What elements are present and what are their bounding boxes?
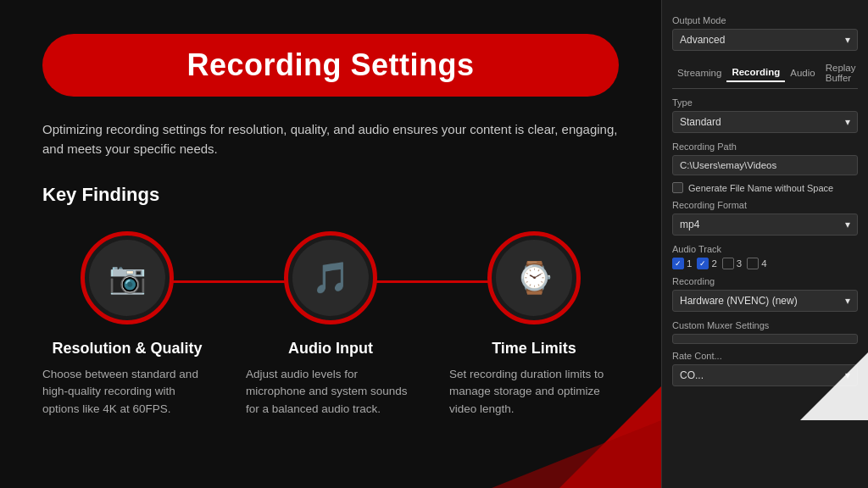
timeline-item-1: 📷 Resolution & Quality Choose between st…	[42, 231, 212, 418]
recording-format-value: mp4	[680, 219, 699, 230]
output-mode-label: Output Mode	[672, 15, 858, 25]
rate-control-value: CO...	[680, 369, 704, 381]
audio-track-label: Audio Track	[672, 244, 858, 254]
right-panel-inner: Output Mode Advanced ▾ Streaming Recordi…	[662, 15, 868, 386]
output-mode-value: Advanced	[680, 34, 725, 46]
item-desc-1: Choose between standard and high-quality…	[42, 366, 212, 418]
audio-track-row: ✓ 1 ✓ 2 3 4	[672, 258, 858, 269]
recording-path-label: Recording Path	[672, 141, 858, 152]
timeline-item-2: 🎵 Audio Input Adjust audio levels for mi…	[246, 231, 415, 418]
recording-path-input[interactable]: C:\Users\emay\Videos	[672, 155, 858, 175]
subtitle-text: Optimizing recording settings for resolu…	[42, 120, 619, 158]
recording-encoder-label: Recording	[672, 276, 858, 286]
track-4: 4	[747, 258, 766, 269]
timeline-icon-3: ⌚	[496, 240, 572, 316]
track-1: ✓ 1	[672, 258, 692, 269]
track-3: 3	[722, 258, 742, 269]
type-dropdown-arrow-icon: ▾	[845, 116, 850, 128]
timeline-circle-1: 📷	[81, 231, 174, 324]
custom-muxer-input[interactable]	[672, 334, 858, 344]
timeline-circle-2: 🎵	[284, 231, 377, 324]
right-panel: Output Mode Advanced ▾ Streaming Recordi…	[661, 0, 868, 488]
track-3-label: 3	[737, 258, 742, 269]
encoder-arrow-icon: ▾	[845, 295, 850, 307]
tab-audio[interactable]: Audio	[785, 64, 820, 81]
item-desc-2: Adjust audio levels for microphone and s…	[246, 366, 415, 418]
timeline-icon-2: 🎵	[292, 240, 369, 316]
page-title: Recording Settings	[76, 47, 585, 83]
track-2: ✓ 2	[697, 258, 716, 269]
track-2-label: 2	[711, 258, 716, 269]
track-1-checkbox[interactable]: ✓	[672, 258, 684, 269]
track-4-checkbox[interactable]	[747, 258, 759, 269]
recording-format-arrow-icon: ▾	[845, 219, 850, 230]
item-title-2: Audio Input	[288, 340, 373, 358]
type-label: Type	[672, 97, 858, 108]
track-1-label: 1	[687, 258, 692, 269]
section-title: Key Findings	[42, 184, 619, 206]
recording-encoder-dropdown[interactable]: Hardware (NVENC) (new) ▾	[672, 290, 858, 312]
dropdown-arrow-icon: ▾	[845, 34, 850, 46]
track-2-checkbox[interactable]: ✓	[697, 258, 709, 269]
track-3-checkbox[interactable]	[722, 258, 734, 269]
generate-filename-label: Generate File Name without Space	[688, 183, 833, 193]
tab-streaming[interactable]: Streaming	[672, 64, 726, 81]
type-dropdown[interactable]: Standard ▾	[672, 111, 858, 133]
timeline-items: 📷 Resolution & Quality Choose between st…	[42, 231, 619, 418]
tab-row: Streaming Recording Audio Replay Buffer	[672, 59, 858, 89]
white-triangle-deco	[800, 352, 868, 420]
timeline: 📷 Resolution & Quality Choose between st…	[42, 231, 619, 418]
custom-muxer-label: Custom Muxer Settings	[672, 320, 858, 330]
item-title-3: Time Limits	[492, 340, 576, 358]
left-panel: Recording Settings Optimizing recording …	[0, 0, 661, 488]
generate-filename-row: Generate File Name without Space	[672, 182, 858, 193]
item-title-1: Resolution & Quality	[52, 340, 202, 358]
item-desc-3: Set recording duration limits to manage …	[449, 366, 619, 418]
deco-triangle-2	[492, 420, 661, 488]
timeline-item-3: ⌚ Time Limits Set recording duration lim…	[449, 231, 619, 418]
track-4-label: 4	[761, 258, 766, 269]
recording-format-dropdown[interactable]: mp4 ▾	[672, 214, 858, 236]
recording-encoder-value: Hardware (NVENC) (new)	[680, 295, 798, 307]
tab-replay-buffer[interactable]: Replay Buffer	[821, 59, 861, 86]
generate-filename-checkbox[interactable]	[672, 182, 683, 193]
timeline-icon-1: 📷	[89, 240, 165, 316]
title-banner: Recording Settings	[42, 34, 619, 97]
timeline-circle-3: ⌚	[487, 231, 581, 324]
recording-format-label: Recording Format	[672, 200, 858, 210]
type-value: Standard	[680, 116, 721, 128]
tab-recording[interactable]: Recording	[726, 64, 785, 82]
output-mode-dropdown[interactable]: Advanced ▾	[672, 29, 858, 51]
